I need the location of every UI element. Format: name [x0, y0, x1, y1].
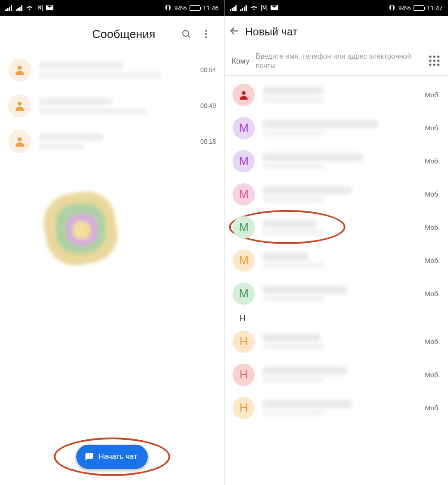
- conversation-list: 00:54 00:49 00:18: [0, 52, 224, 159]
- avatar-letter: M: [233, 117, 255, 139]
- contact-type: Моб.: [425, 290, 440, 297]
- signal-icon-2: [16, 5, 22, 11]
- watermark: [36, 224, 188, 313]
- more-button[interactable]: [196, 24, 216, 44]
- start-chat-button[interactable]: Начать чат: [76, 445, 148, 469]
- contact-item[interactable]: M Моб.: [233, 244, 440, 277]
- conversation-item[interactable]: 00:18: [8, 124, 216, 159]
- battery-pct: 94%: [398, 4, 411, 12]
- back-button[interactable]: [229, 25, 241, 39]
- contact-type: Моб.: [425, 157, 440, 165]
- contact-item[interactable]: Н Моб.: [233, 358, 440, 391]
- contact-item[interactable]: Моб.: [233, 78, 440, 112]
- nfc-icon: N: [37, 5, 43, 11]
- contact-item[interactable]: M Моб.: [233, 112, 440, 145]
- contact-type: Моб.: [425, 371, 440, 378]
- clock-time: 11:46: [203, 4, 219, 12]
- vibrate-icon: [164, 4, 172, 12]
- contact-name-blurred: [262, 87, 324, 95]
- avatar-letter: Н: [233, 397, 255, 419]
- contact-item[interactable]: M Моб.: [233, 277, 440, 310]
- svg-rect-8: [391, 5, 394, 10]
- to-label: Кому: [232, 57, 250, 66]
- avatar: [8, 94, 31, 117]
- contact-type: Моб.: [425, 124, 440, 132]
- conversation-preview-blurred: [39, 108, 146, 114]
- mail-icon: [46, 4, 53, 12]
- wifi-icon: [250, 4, 258, 12]
- contact-name-blurred: [262, 219, 317, 227]
- avatar: [8, 130, 31, 153]
- conversation-preview-blurred: [39, 144, 85, 150]
- avatar: [8, 58, 31, 82]
- contact-sub-blurred: [262, 230, 324, 235]
- contact-type: Моб.: [425, 404, 440, 412]
- conversation-preview-blurred: [39, 72, 162, 78]
- contact-name-blurred: [262, 286, 348, 294]
- search-button[interactable]: [177, 24, 196, 44]
- app-bar: Новый чат: [224, 16, 448, 47]
- svg-point-6: [17, 102, 22, 106]
- app-bar: Сообщения: [0, 16, 224, 52]
- clock-time: 11:47: [427, 4, 443, 12]
- dialpad-button[interactable]: [429, 56, 441, 67]
- contact-type: Моб.: [425, 223, 440, 231]
- avatar: [233, 84, 255, 106]
- contact-name-blurred: [262, 153, 363, 161]
- contact-type: Моб.: [425, 91, 440, 99]
- recipient-input[interactable]: Введите имя, телефон или адрес электронн…: [256, 52, 423, 71]
- avatar-letter: M: [233, 216, 255, 239]
- contact-name-blurred: [262, 120, 379, 128]
- avatar-letter: M: [233, 183, 255, 206]
- svg-point-4: [205, 36, 207, 38]
- mail-icon: [271, 4, 278, 12]
- contact-item[interactable]: M Моб.: [233, 145, 440, 178]
- contact-sub-blurred: [262, 344, 324, 349]
- contact-item[interactable]: M Моб.: [233, 178, 440, 211]
- contact-sub-blurred: [262, 163, 324, 169]
- contact-item[interactable]: Н Моб.: [233, 391, 440, 425]
- contact-name-blurred: [262, 334, 321, 342]
- svg-rect-0: [167, 5, 170, 10]
- contact-sub-blurred: [262, 197, 324, 202]
- conversation-name-blurred: [39, 61, 124, 69]
- wifi-icon: [26, 4, 33, 12]
- page-title: Сообщения: [71, 27, 177, 41]
- svg-point-3: [205, 33, 207, 35]
- status-bar: N 94% 11:46: [0, 0, 224, 16]
- contact-type: Моб.: [425, 190, 440, 198]
- contact-name-blurred: [262, 186, 352, 194]
- vibrate-icon: [388, 4, 396, 12]
- start-chat-label: Начать чат: [99, 452, 137, 461]
- contact-sub-blurred: [262, 130, 324, 136]
- contact-sub-blurred: [262, 97, 324, 103]
- avatar-letter: M: [233, 150, 255, 172]
- contact-name-blurred: [262, 400, 352, 408]
- signal-icon: [5, 5, 12, 11]
- page-title: Новый чат: [245, 26, 297, 38]
- messages-screen: N 94% 11:46 Сообщения: [0, 0, 224, 485]
- new-chat-screen: N 94% 11:47 Новый чат Кому Введите имя, …: [224, 0, 448, 485]
- contact-list: Моб. M Моб. M Моб. M Моб. M Моб.: [224, 76, 448, 427]
- conversation-time: 00:18: [200, 138, 216, 145]
- nfc-icon: N: [261, 5, 267, 11]
- signal-icon-2: [240, 5, 247, 11]
- contact-name-blurred: [262, 253, 309, 261]
- conversation-item[interactable]: 00:54: [8, 52, 216, 88]
- svg-point-2: [205, 30, 207, 32]
- contact-type: Моб.: [425, 338, 440, 345]
- battery-icon: [414, 5, 424, 11]
- conversation-time: 00:49: [200, 102, 216, 109]
- conversation-item[interactable]: 00:49: [8, 88, 216, 124]
- conversation-name-blurred: [39, 133, 103, 141]
- contact-type: Моб.: [425, 257, 440, 264]
- svg-point-9: [242, 91, 246, 95]
- to-row: Кому Введите имя, телефон или адрес элек…: [224, 47, 448, 76]
- contact-item[interactable]: M Моб.: [233, 211, 440, 244]
- section-header: Н: [233, 310, 440, 325]
- signal-icon: [230, 5, 237, 11]
- svg-point-5: [17, 66, 22, 70]
- contact-item[interactable]: Н Моб.: [233, 325, 440, 358]
- battery-icon: [190, 5, 200, 11]
- svg-point-7: [17, 137, 22, 142]
